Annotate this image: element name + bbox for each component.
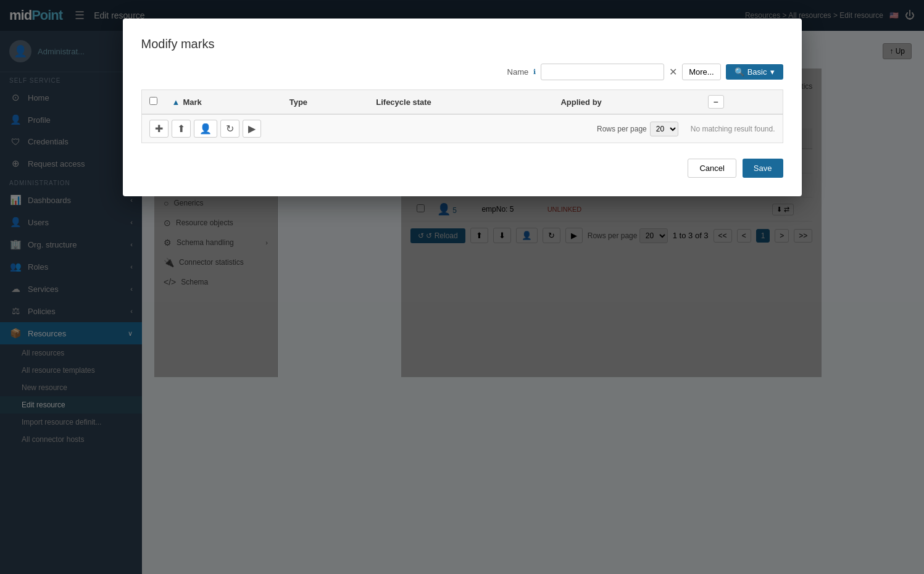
modal-clear-button[interactable]: ✕	[669, 66, 677, 78]
person-toolbar-button[interactable]: 👤	[194, 120, 217, 138]
layout: 👤 Administrat... SELF SERVICE ⊙ Home 👤 P…	[0, 31, 924, 574]
modal-search-icon: 🔍	[735, 67, 744, 77]
modal-col-mark: ▲ Mark	[165, 90, 282, 115]
modal-overlay: Modify marks Name ℹ ✕ More... 🔍 Basic ▾	[142, 31, 924, 574]
modal-name-label: Name	[507, 67, 529, 77]
no-result-text: No matching result found.	[691, 125, 775, 133]
modal-more-button[interactable]: More...	[682, 64, 720, 80]
modal-footer: Cancel Save	[142, 159, 783, 178]
main-content: ↑ Up ≡ Details ● Basic 🔌 Connector conf	[142, 31, 924, 574]
modal-select-all-checkbox[interactable]	[149, 97, 157, 105]
modal-col-applied-by: Applied by	[553, 90, 700, 115]
modal-search-button[interactable]: 🔍 Basic ▾	[726, 64, 783, 80]
refresh-toolbar-button[interactable]: ↻	[220, 120, 239, 138]
modal-title: Modify marks	[142, 37, 783, 51]
modal-rpp-select[interactable]: 20	[650, 122, 678, 136]
play-toolbar-button[interactable]: ▶	[243, 120, 261, 138]
chevron-down-icon: ▾	[770, 67, 775, 77]
modal-rows-per-page: Rows per page 20	[597, 122, 678, 136]
person-icon: 👤	[199, 123, 212, 134]
modal-search-bar: Name ℹ ✕ More... 🔍 Basic ▾	[142, 64, 783, 80]
modal-col-lifecycle: Lifecycle state	[368, 90, 553, 115]
upload-toolbar-button[interactable]: ⬆	[172, 120, 191, 138]
add-icon: ✚	[155, 123, 163, 134]
modal-col-type: Type	[282, 90, 369, 115]
modal-col-actions: −	[701, 90, 783, 115]
sort-up-icon: ▲	[172, 98, 180, 107]
modal-table: ▲ Mark Type Lifecycle state Applied by −	[142, 89, 783, 115]
minus-button[interactable]: −	[708, 95, 724, 109]
refresh-icon: ↻	[226, 123, 234, 134]
cancel-button[interactable]: Cancel	[688, 159, 736, 178]
modal-toolbar: ✚ ⬆ 👤 ↻ ▶ Rows per page	[142, 115, 783, 143]
modify-marks-modal: Modify marks Name ℹ ✕ More... 🔍 Basic ▾	[142, 31, 802, 196]
modal-table-header-row: ▲ Mark Type Lifecycle state Applied by −	[142, 90, 783, 115]
save-button[interactable]: Save	[743, 159, 783, 178]
add-toolbar-button[interactable]: ✚	[149, 120, 169, 138]
play-icon: ▶	[248, 123, 256, 134]
upload-icon: ⬆	[177, 123, 185, 134]
modal-name-info-icon[interactable]: ℹ	[533, 68, 536, 76]
modal-name-input[interactable]	[541, 64, 664, 80]
